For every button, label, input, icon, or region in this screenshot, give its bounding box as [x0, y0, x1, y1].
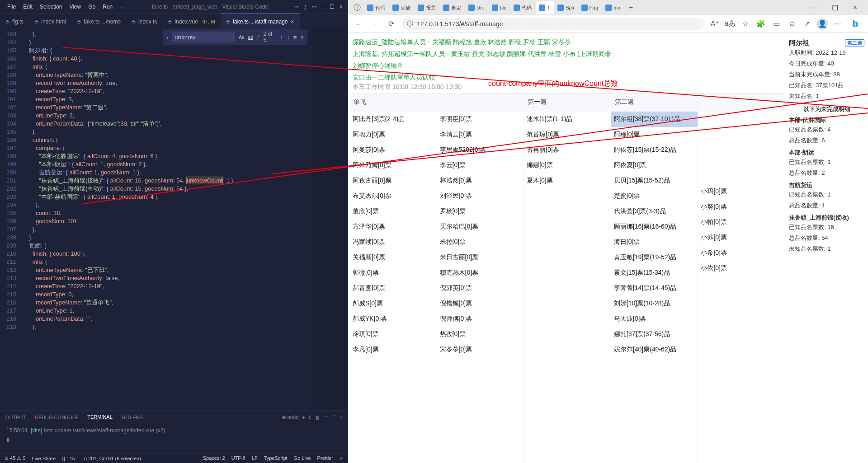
share-icon[interactable]: ↗: [801, 18, 813, 30]
data-cell[interactable]: [524, 188, 611, 196]
code-content[interactable]: }, }, 阿尔祖: { finish: { count: 40 }, info…: [23, 29, 312, 410]
add-terminal-icon[interactable]: +: [302, 415, 305, 420]
address-bar[interactable]: ⓘ 127.0.0.1:5173/#/staff-manage: [401, 18, 704, 30]
data-cell[interactable]: 方泽华[0]票: [350, 219, 437, 234]
data-cell[interactable]: 李思雨5202[0]票: [437, 142, 524, 158]
data-cell[interactable]: 范苔琼[0]票: [524, 127, 611, 142]
collections-icon[interactable]: ▭: [770, 18, 782, 30]
data-cell[interactable]: 李清云[0]票: [437, 127, 524, 142]
layout-icon[interactable]: ▭: [310, 3, 317, 10]
data-cell[interactable]: 阿尔祖[38]票(37-101)品: [611, 112, 698, 127]
data-cell[interactable]: 阿依夏[0]票: [611, 158, 698, 173]
data-cell[interactable]: 娜扎[37]票(37-56)品: [611, 327, 698, 342]
chevron-right-icon[interactable]: ›: [166, 34, 168, 41]
more-icon[interactable]: ⋯: [832, 18, 844, 30]
data-cell[interactable]: 倪锴铖[0]票: [437, 296, 524, 311]
status-item[interactable]: {} : 15: [62, 456, 75, 461]
data-cell[interactable]: [524, 253, 611, 261]
data-cell[interactable]: 热孜[0]票: [437, 327, 524, 342]
editor[interactable]: 1831841851861871881891901911921931941951…: [0, 29, 348, 410]
back-icon[interactable]: ←: [353, 18, 364, 30]
layout-icon[interactable]: ▯: [301, 3, 308, 10]
data-cell[interactable]: [698, 112, 785, 119]
data-cell[interactable]: 夏木[0]票: [524, 173, 611, 188]
data-cell[interactable]: [698, 162, 785, 169]
data-cell[interactable]: 宋苓苓[0]票: [437, 342, 524, 357]
trash-icon[interactable]: 🗑: [315, 415, 320, 420]
data-cell[interactable]: [698, 133, 785, 140]
data-cell[interactable]: 顾丽娜[16]票(16-60)品: [611, 219, 698, 234]
new-tab-button[interactable]: +: [625, 1, 637, 14]
browser-tab[interactable]: T: [536, 1, 554, 14]
status-item[interactable]: ✓: [340, 455, 344, 461]
split-terminal-icon[interactable]: ▯: [309, 414, 311, 420]
status-item[interactable]: Live Share: [32, 456, 56, 461]
data-cell[interactable]: 郝威S[0]票: [350, 296, 437, 311]
data-cell[interactable]: 小希[0]票: [698, 245, 785, 261]
close-icon[interactable]: ×: [300, 34, 304, 41]
extensions-icon[interactable]: 🧩: [755, 18, 767, 30]
data-cell[interactable]: 迪木[1]票(1-1)品: [524, 112, 611, 127]
data-cell[interactable]: [698, 177, 785, 184]
layout-icon[interactable]: ▭: [292, 3, 299, 10]
data-cell[interactable]: 买尔哈巴[0]票: [437, 219, 524, 234]
more-icon[interactable]: ⋯: [324, 414, 329, 420]
editor-tab[interactable]: ⬘index.vue9+, M: [162, 14, 220, 29]
data-cell[interactable]: [698, 169, 785, 177]
data-cell[interactable]: 娜娜[0]票: [524, 158, 611, 173]
close-tab-icon[interactable]: ×: [291, 18, 294, 25]
data-cell[interactable]: 阿孜古丽[0]票: [350, 173, 437, 188]
site-info-icon[interactable]: ⓘ: [407, 20, 413, 28]
data-cell[interactable]: 冷琪[0]票: [350, 327, 437, 342]
data-cell[interactable]: 阿比丹[3]票(2-4)品: [350, 112, 437, 127]
data-cell[interactable]: 黄玉敏[19]票(19-52)品: [611, 250, 698, 265]
close-icon[interactable]: ×: [845, 0, 865, 15]
data-cell[interactable]: [524, 232, 611, 239]
status-item[interactable]: LF: [252, 455, 258, 461]
browser-tab[interactable]: 代码: [511, 1, 535, 14]
data-cell[interactable]: 小依[0]票: [698, 261, 785, 276]
data-cell[interactable]: 李菁菁[14]票(14-45)品: [611, 281, 698, 296]
find-widget[interactable]: › Aa ab .* 2 of 5 ↑ ↓ ≡ ×: [163, 29, 307, 45]
find-options-icon[interactable]: ≡: [293, 34, 297, 41]
panel-tab[interactable]: GITLENS: [122, 415, 143, 420]
data-cell[interactable]: 李明臣[0]票: [437, 112, 524, 127]
read-aloud-icon[interactable]: A⁺: [709, 18, 721, 30]
editor-tab[interactable]: ⬘index.html: [29, 14, 71, 29]
data-cell[interactable]: 景文[15]票(15-34)品: [611, 265, 698, 281]
maximize-icon[interactable]: ☐: [825, 0, 845, 15]
browser-tab[interactable]: 代码: [364, 1, 389, 14]
browser-tab[interactable]: 自定: [440, 1, 465, 14]
panel-tab[interactable]: DEBUG CONSOLE: [35, 415, 78, 420]
data-cell[interactable]: [524, 196, 611, 203]
status-item[interactable]: TypeScript: [264, 455, 288, 461]
data-cell[interactable]: 倪郭英[0]票: [437, 281, 524, 296]
data-cell[interactable]: 阿米乃姆[0]票: [350, 158, 437, 173]
chevron-up-icon[interactable]: ⌃: [332, 414, 336, 420]
menu-···[interactable]: ···: [116, 4, 128, 10]
status-item[interactable]: Prettier: [317, 455, 333, 461]
status-item[interactable]: Spaces: 2: [203, 455, 225, 461]
menu-file[interactable]: File: [4, 4, 19, 10]
browser-tab[interactable]: Pag: [579, 1, 602, 14]
browser-tab[interactable]: Dro: [466, 1, 488, 14]
status-item[interactable]: ⊘ 45 ⚠ 9: [5, 455, 26, 461]
browser-tab[interactable]: blo: [603, 1, 624, 14]
data-cell[interactable]: 小玛[0]票: [698, 184, 785, 199]
menu-selection[interactable]: Selection: [36, 4, 66, 10]
browser-tab[interactable]: blo: [489, 1, 510, 14]
data-cell[interactable]: 阿穆[0]票: [611, 127, 698, 142]
data-cell[interactable]: 阿曼莎[0]票: [350, 142, 437, 158]
data-cell[interactable]: 楚蜜[0]票: [611, 188, 698, 204]
terminal[interactable]: 15:50:04 [vite] hmr update /src/views/st…: [0, 424, 348, 453]
tab-info-icon[interactable]: ⓘ: [351, 3, 363, 13]
data-cell[interactable]: 阿地力[0]票: [350, 127, 437, 142]
close-icon[interactable]: ×: [337, 3, 344, 10]
bing-sidebar-icon[interactable]: b: [847, 16, 863, 32]
refresh-icon[interactable]: ⟳: [385, 18, 397, 30]
data-cell[interactable]: 刘泽民[0]票: [437, 188, 524, 204]
close-panel-icon[interactable]: ×: [340, 415, 343, 420]
data-cell[interactable]: [698, 148, 785, 155]
regex-icon[interactable]: .*: [257, 35, 260, 40]
data-cell[interactable]: [524, 210, 611, 217]
